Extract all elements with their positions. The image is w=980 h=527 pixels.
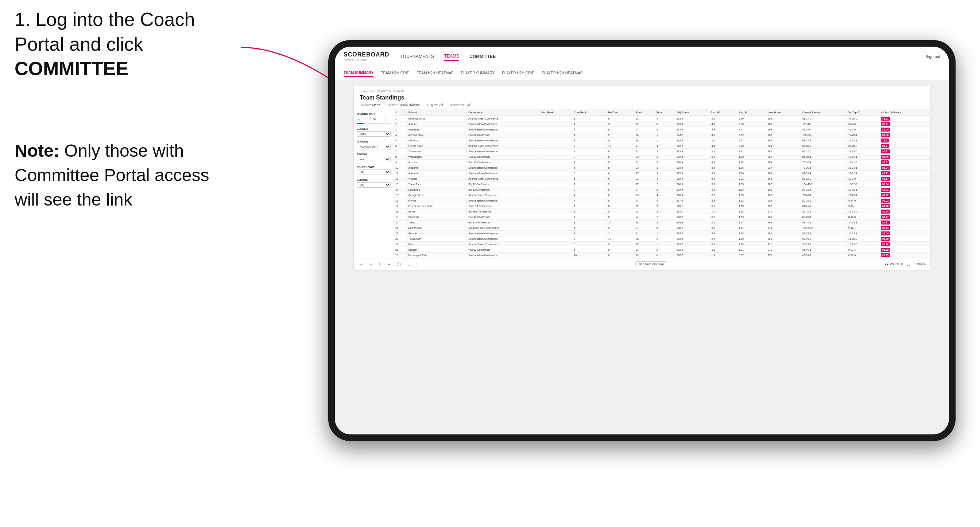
cell-wins: 2 [655, 209, 675, 214]
cell-vs25: 30-4-0 [846, 121, 879, 127]
table-row: 16 Florida Southeastern Conference - 7 9… [394, 198, 930, 203]
nav-committee[interactable]: COMMITTEE [469, 52, 496, 60]
toolbar-bookmark[interactable]: ◯ [395, 261, 402, 267]
sub-nav-player-h2h-heatmap[interactable]: PLAYER H2H HEATMAP [542, 70, 582, 76]
sub-nav-player-summary[interactable]: PLAYER SUMMARY [461, 70, 495, 76]
cell-rnds: 21 [634, 231, 655, 236]
sub-nav-team-h2h-heatmap[interactable]: TEAM H2H HEATMAP [417, 70, 454, 76]
cell-avg-rd: 1.41 [737, 225, 766, 231]
school-select[interactable]: (All) [357, 182, 391, 188]
cell-school[interactable]: Washington [407, 154, 467, 160]
cell-school[interactable]: East Tennessee State [407, 203, 467, 209]
cell-conf-rank: 1 [572, 203, 606, 209]
nav-separator: | [921, 53, 923, 60]
toolbar-menu[interactable]: ⋮ [405, 261, 412, 267]
cell-adj-score: 276.9 [675, 187, 709, 192]
cell-conference: Pac-12 Conference [467, 154, 540, 160]
cell-reg-rank: - [540, 203, 572, 209]
cell-school[interactable]: Georgia [407, 231, 467, 236]
cell-rnds: 23 [634, 165, 655, 171]
cell-vs25: 42-6-0 [846, 127, 879, 132]
cell-school[interactable]: Oklahoma [407, 187, 467, 192]
toolbar-share-icon[interactable]: ▲ [386, 261, 393, 267]
sub-nav-team-summary[interactable]: TEAM SUMMARY [344, 69, 374, 77]
sub-nav-player-h2h-grid[interactable]: PLAYER H2H GRID [502, 70, 534, 76]
toolbar-forward[interactable]: → [368, 261, 374, 267]
table-row: 7 Tennessee Southeastern Conference - 4 … [394, 149, 930, 154]
toolbar-reload[interactable]: ↻ [377, 261, 383, 267]
cell-school[interactable]: Arizona [407, 160, 467, 165]
cell-vs25: 12-14-1 [846, 138, 879, 143]
cell-school[interactable]: Mississippi State [407, 252, 467, 258]
cell-school[interactable]: Texas [407, 220, 467, 225]
cell-vs25: 9-24-0 [846, 198, 879, 203]
cell-adj-score: 277.5 [675, 198, 709, 203]
col-avg-rd: Avg. Rd. [737, 110, 766, 116]
cell-avg-sg: -4.6 [709, 160, 737, 165]
cell-avg-sg: -5.5 [709, 149, 737, 154]
cell-school[interactable]: Georgia Tech [407, 192, 467, 198]
region-select[interactable]: N/A [357, 157, 391, 162]
min-rounds-max-input[interactable] [372, 117, 385, 121]
cell-no-tour: 9 [606, 121, 634, 127]
cell-school[interactable]: Arizona State [407, 132, 467, 138]
cell-overall: 96-29-2 [801, 143, 847, 149]
table-row: 17 East Tennessee State Sun Belt Confere… [394, 203, 930, 209]
cell-points: 80.71 [879, 171, 930, 176]
nav-teams[interactable]: TEAMS [444, 52, 459, 61]
cell-overall: 59-39-1 [801, 231, 847, 236]
cell-school[interactable]: Vanderbilt [407, 127, 467, 132]
cell-rnds: 21 [634, 176, 655, 181]
cell-conf-rank: 3 [572, 138, 606, 143]
cell-avg-sg: -3.5 [709, 181, 737, 187]
cell-school[interactable]: North Carolina [407, 116, 467, 121]
cell-school[interactable]: New Mexico [407, 225, 467, 231]
table-row: 18 Illinois Big Ten Conference - 1 8 23 … [394, 209, 930, 214]
cell-school[interactable]: Texas Tech [407, 181, 467, 187]
col-low-score: Low Score [766, 110, 800, 116]
table-row: 15 Georgia Tech Atlantic Coast Conferenc… [394, 192, 930, 198]
instruction-text: 1. Log into the Coach Portal and click C… [14, 7, 241, 81]
table-row: 3 Vanderbilt Southeastern Conference - 2… [394, 127, 930, 132]
cell-overall: 83-25-1 [801, 214, 847, 220]
cell-school[interactable]: California [407, 214, 467, 220]
table-row: 2 Auburn Southeastern Conference - 1 9 2… [394, 121, 930, 127]
bottom-toolbar: ← → ↻ ▲ ◯ ⋮ | 👁 View: Original [354, 258, 930, 270]
cell-rank: 8 [394, 154, 407, 160]
cell-adj-score: 276.6 [675, 176, 709, 181]
cell-vs25: 11-38-2 [846, 236, 879, 241]
cell-school[interactable]: Florida State [407, 143, 467, 149]
cell-school[interactable]: Arkansas [407, 171, 467, 176]
cell-school[interactable]: Texas A&M [407, 236, 467, 241]
cell-school[interactable]: Ole Miss [407, 138, 467, 143]
cell-rank: 5 [394, 138, 407, 143]
cell-no-tour: 9 [606, 247, 634, 252]
cell-school[interactable]: Virginia [407, 176, 467, 181]
expand-button[interactable]: ⛶ [907, 262, 910, 266]
cell-school[interactable]: Tennessee [407, 149, 467, 154]
cell-low-score: 265 [766, 149, 800, 154]
cell-adj-score: 278.8 [675, 220, 709, 225]
toolbar-back[interactable]: ← [358, 261, 365, 267]
cell-school[interactable]: Illinois [407, 209, 467, 214]
sign-out-link[interactable]: Sign out [926, 54, 940, 59]
gender-select[interactable]: Men's [357, 131, 391, 137]
cell-no-tour: 8 [606, 160, 634, 165]
cell-school[interactable]: Alabama [407, 165, 467, 171]
division-select[interactable]: NCAA Division I [357, 144, 391, 149]
view-original-button[interactable]: 👁 View: Original [635, 261, 667, 267]
cell-avg-rd: 0.97 [737, 252, 766, 258]
min-rounds-min-input[interactable] [357, 117, 371, 121]
share-button[interactable]: ⤴ Share [914, 262, 926, 266]
conference-select[interactable]: (All) [357, 170, 391, 175]
cell-school[interactable]: Auburn [407, 121, 467, 127]
cell-school[interactable]: Florida [407, 198, 467, 203]
cell-reg-rank: - [540, 116, 572, 121]
cell-school[interactable]: Oregon [407, 247, 467, 252]
cell-conf-rank: 2 [572, 127, 606, 132]
cell-school[interactable]: Duke [407, 241, 467, 247]
sub-nav-team-h2h-grid[interactable]: TEAM H2H GRID [381, 70, 409, 76]
cell-reg-rank: - [540, 198, 572, 203]
nav-tournaments[interactable]: TOURNAMENTS [401, 52, 434, 60]
watch-button[interactable]: 👀 Watch ▼ [885, 262, 904, 266]
